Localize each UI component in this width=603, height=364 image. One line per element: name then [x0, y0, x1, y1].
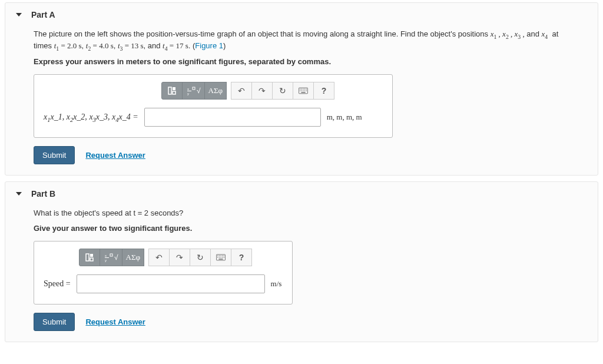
- formula-toolbar: xy √ ΑΣφ ↶ ↷ ↻ ?: [161, 82, 334, 100]
- caret-down-icon: [16, 13, 22, 16]
- part-b-header[interactable]: Part B: [5, 182, 598, 206]
- redo-icon: ↷: [259, 86, 266, 95]
- templates-button[interactable]: [79, 249, 100, 266]
- svg-point-31: [224, 255, 224, 256]
- part-b-prompt: What is the object's speed at t = 2 seco…: [34, 208, 569, 219]
- svg-point-34: [220, 257, 221, 257]
- undo-icon: ↶: [238, 86, 245, 95]
- help-button[interactable]: ?: [313, 82, 334, 100]
- part-a-answer-input[interactable]: [144, 108, 321, 127]
- reset-icon: ↻: [197, 253, 204, 262]
- caret-down-icon: [16, 192, 22, 196]
- part-a-actions: Submit Request Answer: [34, 146, 569, 164]
- part-b-section: Part B What is the object's speed at t =…: [5, 181, 598, 342]
- svg-point-30: [222, 255, 223, 256]
- part-b-answer-input[interactable]: [77, 274, 265, 293]
- part-a-prompt: The picture on the left shows the positi…: [34, 29, 569, 52]
- part-b-title: Part B: [31, 189, 55, 198]
- part-a-input-row: x1x_1, x2x_2, x3x_3, x4x_4 = m, m, m, m: [44, 108, 383, 127]
- svg-text:x: x: [187, 87, 189, 91]
- svg-rect-1: [173, 87, 175, 90]
- svg-rect-18: [302, 92, 306, 93]
- svg-point-13: [300, 91, 300, 91]
- svg-point-29: [220, 255, 221, 256]
- templates-icon: [167, 86, 177, 95]
- part-b-var-label: Speed =: [44, 279, 71, 289]
- undo-button[interactable]: ↶: [231, 82, 252, 100]
- figure-link[interactable]: Figure 1: [195, 41, 223, 50]
- svg-rect-6: [193, 87, 195, 90]
- submit-button[interactable]: Submit: [34, 313, 75, 331]
- svg-point-16: [304, 91, 305, 91]
- help-button[interactable]: ?: [231, 249, 252, 266]
- part-b-body: What is the object's speed at t = 2 seco…: [5, 208, 598, 341]
- svg-text:y: y: [187, 92, 189, 95]
- keyboard-button[interactable]: [293, 82, 314, 100]
- svg-rect-2: [173, 91, 175, 94]
- svg-point-9: [302, 89, 302, 90]
- redo-icon: ↷: [176, 253, 183, 262]
- svg-rect-37: [219, 259, 223, 259]
- svg-point-33: [219, 257, 220, 257]
- part-a-units: m, m, m, m: [327, 112, 362, 122]
- reset-button[interactable]: ↻: [272, 82, 293, 100]
- greek-button[interactable]: ΑΣφ: [204, 82, 227, 100]
- request-answer-link[interactable]: Request Answer: [85, 317, 145, 326]
- svg-point-27: [217, 255, 218, 256]
- undo-icon: ↶: [155, 253, 163, 262]
- part-a-body: The picture on the left shows the positi…: [5, 29, 598, 175]
- part-a-instructions: Express your answers in meters to one si…: [34, 57, 569, 66]
- reset-button[interactable]: ↻: [190, 249, 211, 266]
- part-b-units: m/s: [271, 279, 282, 289]
- request-answer-link[interactable]: Request Answer: [85, 151, 145, 160]
- part-b-input-row: Speed = m/s: [44, 274, 283, 293]
- svg-point-11: [304, 89, 305, 90]
- svg-point-14: [302, 91, 302, 91]
- fraction-button[interactable]: xy √: [100, 249, 122, 266]
- svg-point-10: [303, 89, 303, 90]
- part-b-instructions: Give your answer to two significant figu…: [34, 224, 569, 233]
- templates-button[interactable]: [161, 82, 183, 100]
- svg-rect-21: [90, 258, 93, 261]
- svg-rect-25: [110, 254, 112, 256]
- templates-icon: [85, 253, 94, 262]
- part-b-actions: Submit Request Answer: [34, 313, 569, 331]
- svg-rect-0: [168, 87, 171, 94]
- svg-text:x: x: [105, 254, 107, 257]
- svg-rect-19: [86, 254, 89, 261]
- fraction-icon: xy: [186, 86, 196, 95]
- keyboard-icon: [299, 86, 308, 95]
- svg-point-35: [222, 257, 223, 257]
- svg-rect-20: [90, 254, 93, 257]
- part-b-answer-box: xy √ ΑΣφ ↶ ↷ ↻ ? Speed = m/s: [34, 241, 293, 305]
- part-a-title: Part A: [31, 10, 55, 19]
- redo-button[interactable]: ↷: [251, 82, 273, 100]
- part-a-header[interactable]: Part A: [5, 3, 598, 27]
- svg-point-28: [219, 255, 220, 256]
- svg-point-36: [224, 257, 224, 257]
- formula-toolbar-b: xy √ ΑΣφ ↶ ↷ ↻ ?: [79, 249, 252, 266]
- part-a-section: Part A The picture on the left shows the…: [5, 2, 598, 176]
- keyboard-icon: [216, 253, 226, 262]
- undo-button[interactable]: ↶: [148, 249, 170, 266]
- reset-icon: ↻: [279, 86, 286, 95]
- part-a-var-label: x1x_1, x2x_2, x3x_3, x4x_4 =: [44, 112, 138, 123]
- svg-point-17: [306, 91, 307, 91]
- fraction-button[interactable]: xy √: [182, 82, 205, 100]
- svg-point-15: [303, 91, 303, 91]
- keyboard-button[interactable]: [210, 249, 231, 266]
- redo-button[interactable]: ↷: [169, 249, 190, 266]
- part-a-answer-box: xy √ ΑΣφ ↶ ↷ ↻ ? x1x_1, x2x_2, x3x_3, x4…: [34, 74, 393, 138]
- svg-point-8: [300, 89, 300, 90]
- submit-button[interactable]: Submit: [34, 146, 75, 164]
- fraction-icon: xy: [104, 253, 113, 262]
- svg-text:y: y: [105, 259, 107, 262]
- greek-button[interactable]: ΑΣφ: [122, 249, 144, 266]
- svg-rect-4: [187, 91, 191, 91]
- svg-point-32: [217, 257, 218, 257]
- svg-point-12: [306, 89, 307, 90]
- svg-rect-23: [105, 257, 109, 258]
